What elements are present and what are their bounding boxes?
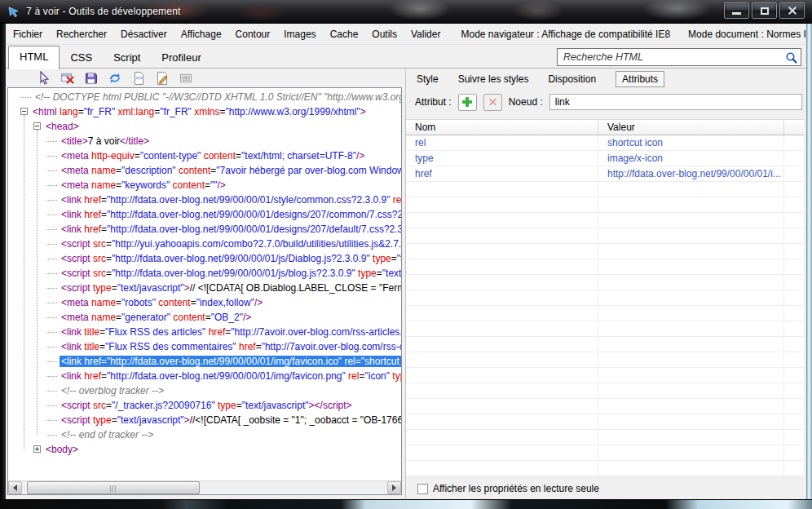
save-icon[interactable] xyxy=(84,71,99,86)
right-tab-attributs[interactable]: Attributs xyxy=(616,71,664,87)
window-right-border xyxy=(806,24,812,499)
dock-window-icon[interactable] xyxy=(179,71,193,86)
table-row[interactable]: hrefhttp://fdata.over-blog.net/99/00/00/… xyxy=(406,166,804,182)
tree-node[interactable]: <meta http-equiv="content-type" content=… xyxy=(8,148,401,163)
html-pane: <> <!-- DOCTYPE html PUBLIC "-//W3C//DTD… xyxy=(7,69,402,499)
cell-nom xyxy=(406,383,598,398)
browser-mode-menu[interactable]: Mode navigateur : Affichage de compatibi… xyxy=(461,29,670,40)
collapse-icon[interactable] xyxy=(33,122,41,130)
tree-node[interactable]: <script src="/_tracker.js?20090716" type… xyxy=(8,398,401,413)
tree-node[interactable]: <head> xyxy=(8,119,401,134)
tree-guide-line xyxy=(24,115,24,449)
tree-node[interactable]: <link href="http://fdata.over-blog.net/9… xyxy=(8,193,401,207)
tree-node[interactable]: <body> xyxy=(8,442,401,457)
cell-nom xyxy=(406,430,598,445)
readonly-checkbox[interactable] xyxy=(417,484,428,494)
scrollbar-track[interactable] xyxy=(22,481,387,494)
tree-node[interactable]: <link title="Flux RSS des commentaires" … xyxy=(8,339,401,354)
cell-spacer xyxy=(784,430,804,445)
cell-spacer xyxy=(784,290,804,305)
menu-valider[interactable]: Valider xyxy=(411,29,440,40)
tree-node[interactable]: <meta name="description" content="7avoir… xyxy=(8,163,401,178)
cell-nom xyxy=(406,352,598,367)
cell-nom xyxy=(406,182,598,197)
tree-node[interactable]: <!-- end of tracker --> xyxy=(8,427,401,442)
document-mode-menu[interactable]: Mode document : Normes IE7 xyxy=(688,29,812,40)
tree-node[interactable]: <meta name="generator" content="OB_2"/> xyxy=(8,310,401,325)
horizontal-scrollbar[interactable] xyxy=(8,480,401,494)
tree-node[interactable]: <link href="http://fdata.over-blog.net/9… xyxy=(8,222,401,237)
cell-valeur xyxy=(598,275,784,290)
table-row-empty xyxy=(406,399,804,414)
devtools-window: 7 à voir - Outils de développement Fichi… xyxy=(0,0,812,509)
menu-rechercher[interactable]: Rechercher xyxy=(56,29,107,40)
collapse-icon[interactable] xyxy=(20,108,28,115)
expand-icon[interactable] xyxy=(33,445,41,453)
app-icon xyxy=(7,5,20,21)
left-triangle-icon xyxy=(13,485,17,491)
cell-valeur xyxy=(598,414,784,429)
cell-nom xyxy=(406,213,598,228)
menu-cache[interactable]: Cache xyxy=(330,29,359,40)
scrollbar-thumb[interactable] xyxy=(27,481,200,494)
restore-button[interactable] xyxy=(752,2,777,19)
tree-node[interactable]: <script src="http://fdata.over-blog.net/… xyxy=(8,251,401,266)
tree-node[interactable]: <link title="Flux RSS des articles" href… xyxy=(8,325,401,339)
close-button[interactable] xyxy=(779,2,805,19)
tab-script[interactable]: Script xyxy=(103,47,151,69)
cell-valeur xyxy=(598,352,784,367)
tree-node[interactable]: <script src="http://yui.yahooapis.com/co… xyxy=(8,237,401,251)
right-tab-disposition[interactable]: Disposition xyxy=(548,73,596,85)
tree-node[interactable]: <link href="http://fdata.over-blog.net/9… xyxy=(8,354,401,369)
menu-images[interactable]: Images xyxy=(284,29,316,40)
cell-nom: rel xyxy=(406,135,598,150)
add-attribute-button[interactable] xyxy=(458,94,477,111)
tree-leaf-connector xyxy=(46,259,57,259)
tab-profileur[interactable]: Profileur xyxy=(151,47,211,69)
menu-outils[interactable]: Outils xyxy=(372,29,397,40)
tree-node[interactable]: <title>7 à voir</title> xyxy=(8,134,401,148)
tree-node[interactable]: <!-- overblog tracker --> xyxy=(8,383,401,398)
table-row-empty xyxy=(406,461,804,476)
menu-fichier[interactable]: Fichier xyxy=(13,29,42,40)
tree-node[interactable]: <meta name="keywords" content=""/> xyxy=(8,178,401,193)
cell-valeur xyxy=(598,259,784,274)
refresh-icon[interactable] xyxy=(108,71,122,86)
delete-attribute-button[interactable] xyxy=(483,94,502,111)
right-tab-style[interactable]: Style xyxy=(417,73,439,85)
clear-cache-icon[interactable] xyxy=(60,71,75,86)
tree-node[interactable]: <script src="http://fdata.over-blog.net/… xyxy=(8,266,401,281)
menu-contour[interactable]: Contour xyxy=(236,29,271,40)
tree-node[interactable]: <script type="text/javascript">//<![CDAT… xyxy=(8,413,401,427)
tree-node[interactable]: <meta name="robots" content="index,follo… xyxy=(8,295,401,310)
table-row-empty xyxy=(406,430,804,445)
table-row[interactable]: relshortcut icon xyxy=(406,135,804,151)
tree-leaf-connector xyxy=(46,273,57,274)
tree-node[interactable]: <link href="http://fdata.over-blog.net/9… xyxy=(8,207,401,222)
table-row[interactable]: typeimage/x-icon xyxy=(406,151,804,166)
cell-nom xyxy=(406,321,598,336)
tree-node[interactable]: <html lang="fr_FR" xml:lang="fr_FR" xmln… xyxy=(8,104,401,119)
tree-node[interactable]: <link href="http://fdata.over-blog.net/9… xyxy=(8,369,401,383)
select-element-icon[interactable] xyxy=(37,71,51,86)
scroll-right-arrow[interactable] xyxy=(387,481,401,494)
minimize-button[interactable] xyxy=(724,2,749,19)
cell-spacer xyxy=(784,445,804,460)
tree-node[interactable]: <script type="text/javascript">// <![CDA… xyxy=(8,281,401,295)
menu-désactiver[interactable]: Désactiver xyxy=(121,29,167,40)
tree-node[interactable]: <!-- DOCTYPE html PUBLIC "-//W3C//DTD XH… xyxy=(8,90,401,104)
search-input[interactable] xyxy=(558,49,783,65)
search-icon[interactable] xyxy=(785,51,798,68)
readonly-checkbox-row: Afficher les propriétés en lecture seule xyxy=(406,480,804,497)
tree-leaf-connector xyxy=(46,288,57,289)
scroll-left-arrow[interactable] xyxy=(8,481,22,494)
node-field[interactable] xyxy=(549,94,802,110)
restore-icon xyxy=(761,7,769,15)
right-tab-suivre-les-styles[interactable]: Suivre les styles xyxy=(458,73,529,85)
tab-html[interactable]: HTML xyxy=(8,46,60,69)
menu-affichage[interactable]: Affichage xyxy=(181,29,222,40)
view-source-icon[interactable]: <> xyxy=(131,71,146,86)
tab-css[interactable]: CSS xyxy=(60,47,103,69)
edit-icon[interactable] xyxy=(155,71,170,86)
cell-spacer xyxy=(784,306,804,321)
